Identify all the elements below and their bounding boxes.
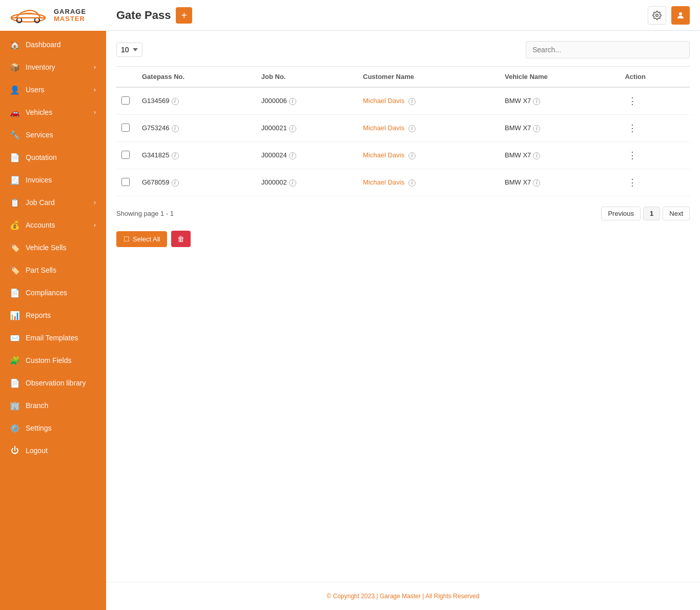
row-checkbox-cell [116, 169, 137, 196]
main-area: Gate Pass + 10 25 [106, 0, 700, 610]
job-info-icon[interactable]: i [289, 152, 296, 159]
settings-gear-button[interactable] [648, 6, 666, 25]
dashboard-icon: 🏠 [10, 40, 19, 49]
customer-cell: Michael Davis i [358, 142, 500, 169]
job-cell: J000006i [256, 87, 358, 115]
col-header-customer: Customer Name [358, 67, 500, 87]
sidebar-item-invoices[interactable]: 🧾 Invoices [0, 169, 106, 191]
sidebar-item-services[interactable]: 🔧 Services [0, 124, 106, 146]
row-action-menu-button[interactable]: ⋮ [625, 176, 641, 189]
sidebar-label-invoices: Invoices [26, 176, 52, 184]
customer-name-link[interactable]: Michael Davis [363, 151, 404, 159]
vehicle-info-icon[interactable]: i [533, 152, 540, 159]
footer-highlight: All Rights Reserved [425, 593, 479, 600]
row-checkbox-3[interactable] [121, 178, 130, 186]
observation-library-icon: 📄 [10, 378, 19, 388]
pagination-row: Showing page 1 - 1 Previous 1 Next [116, 207, 690, 220]
sidebar-item-settings[interactable]: ⚙️ Settings [0, 417, 106, 439]
sidebar-label-services: Services [26, 131, 53, 139]
customer-info-icon[interactable]: i [408, 125, 416, 132]
job-info-icon[interactable]: i [289, 179, 296, 187]
delete-button[interactable]: 🗑 [171, 231, 191, 247]
row-checkbox-1[interactable] [121, 124, 130, 132]
sidebar-label-email-templates: Email Templates [26, 334, 78, 342]
current-page-button[interactable]: 1 [643, 207, 660, 220]
page-title: Gate Pass [116, 9, 171, 22]
sidebar-item-jobcard[interactable]: 📋 Job Card › [0, 191, 106, 214]
top-bar: Gate Pass + [106, 0, 700, 31]
customer-info-icon[interactable]: i [408, 152, 416, 159]
sidebar-item-part-sells[interactable]: 🏷️ Part Sells [0, 259, 106, 281]
sidebar-item-dashboard[interactable]: 🏠 Dashboard [0, 33, 106, 56]
job-info-icon[interactable]: i [289, 98, 296, 105]
sidebar-label-vehicle-sells: Vehicle Sells [26, 243, 66, 252]
gatepass-info-icon[interactable]: i [172, 179, 179, 187]
sidebar-label-accounts: Accounts [26, 221, 55, 229]
gatepass-info-icon[interactable]: i [172, 98, 179, 105]
customer-cell: Michael Davis i [358, 169, 500, 196]
logout-icon: ⏻ [10, 446, 19, 455]
sidebar-label-logout: Logout [26, 446, 48, 455]
gatepass-info-icon[interactable]: i [172, 125, 179, 132]
next-page-button[interactable]: Next [663, 207, 690, 220]
toolbar: 10 25 50 [116, 41, 690, 58]
col-header-action: Action [620, 67, 690, 87]
per-page-select[interactable]: 10 25 50 [116, 43, 142, 57]
sidebar-item-email-templates[interactable]: ✉️ Email Templates [0, 327, 106, 349]
col-header-checkbox [116, 67, 137, 87]
sidebar-item-vehicle-sells[interactable]: 🏷️ Vehicle Sells [0, 236, 106, 259]
showing-text: Showing page 1 - 1 [116, 210, 174, 217]
vehicle-cell: BMW X7i [500, 142, 620, 169]
chevron-right-icon: › [94, 86, 96, 93]
sidebar-item-accounts[interactable]: 💰 Accounts › [0, 214, 106, 236]
invoices-icon: 🧾 [10, 175, 19, 185]
row-checkbox-2[interactable] [121, 151, 130, 159]
sidebar-item-vehicles[interactable]: 🚗 Vehicles › [0, 101, 106, 124]
compliances-icon: 📄 [10, 288, 19, 297]
customer-name-link[interactable]: Michael Davis [363, 178, 404, 186]
row-action-menu-button[interactable]: ⋮ [625, 94, 641, 108]
sidebar-label-dashboard: Dashboard [26, 40, 61, 49]
vehicle-sells-icon: 🏷️ [10, 243, 19, 252]
customer-name-link[interactable]: Michael Davis [363, 124, 404, 132]
sidebar-item-compliances[interactable]: 📄 Compliances [0, 281, 106, 304]
customer-info-icon[interactable]: i [408, 179, 416, 187]
vehicle-info-icon[interactable]: i [533, 179, 540, 187]
chevron-right-icon: › [94, 109, 96, 116]
add-gate-pass-button[interactable]: + [176, 7, 192, 24]
users-icon: 👤 [10, 85, 19, 94]
vehicle-cell: BMW X7i [500, 115, 620, 142]
user-avatar-button[interactable] [671, 6, 690, 25]
sidebar-item-observation-library[interactable]: 📄 Observation library [0, 372, 106, 394]
sidebar-item-quotation[interactable]: 📄 Quotation [0, 146, 106, 169]
job-cell: J000002i [256, 169, 358, 196]
checkbox-icon: ☐ [123, 235, 130, 243]
vehicle-info-icon[interactable]: i [533, 125, 540, 132]
sidebar-item-reports[interactable]: 📊 Reports [0, 304, 106, 327]
customer-info-icon[interactable]: i [408, 98, 416, 105]
previous-page-button[interactable]: Previous [601, 207, 641, 220]
row-action-menu-button[interactable]: ⋮ [625, 121, 641, 135]
job-cell: J000021i [256, 115, 358, 142]
vehicles-icon: 🚗 [10, 108, 19, 117]
part-sells-icon: 🏷️ [10, 266, 19, 275]
sidebar-item-users[interactable]: 👤 Users › [0, 78, 106, 101]
row-checkbox-0[interactable] [121, 96, 130, 105]
select-all-button[interactable]: ☐ Select All [116, 231, 167, 247]
search-input[interactable] [526, 41, 690, 58]
gatepass-info-icon[interactable]: i [172, 152, 179, 159]
chevron-right-icon: › [94, 64, 96, 71]
row-checkbox-cell [116, 142, 137, 169]
job-info-icon[interactable]: i [289, 125, 296, 132]
sidebar-item-inventory[interactable]: 📦 Inventory › [0, 56, 106, 78]
sidebar-item-logout[interactable]: ⏻ Logout [0, 439, 106, 462]
footer-text: © Copyright 2023 | Garage Master | All R… [327, 593, 480, 600]
vehicle-info-icon[interactable]: i [533, 98, 540, 105]
per-page-dropdown[interactable]: 10 25 50 [116, 43, 142, 57]
sidebar-item-branch[interactable]: 🏢 Branch [0, 394, 106, 417]
logo-area: GARAGE MASTER [0, 0, 106, 31]
sidebar-item-custom-fields[interactable]: 🧩 Custom Fields [0, 349, 106, 372]
row-action-menu-button[interactable]: ⋮ [625, 149, 641, 162]
customer-name-link[interactable]: Michael Davis [363, 97, 404, 105]
gatepass-cell: G753246i [137, 115, 256, 142]
